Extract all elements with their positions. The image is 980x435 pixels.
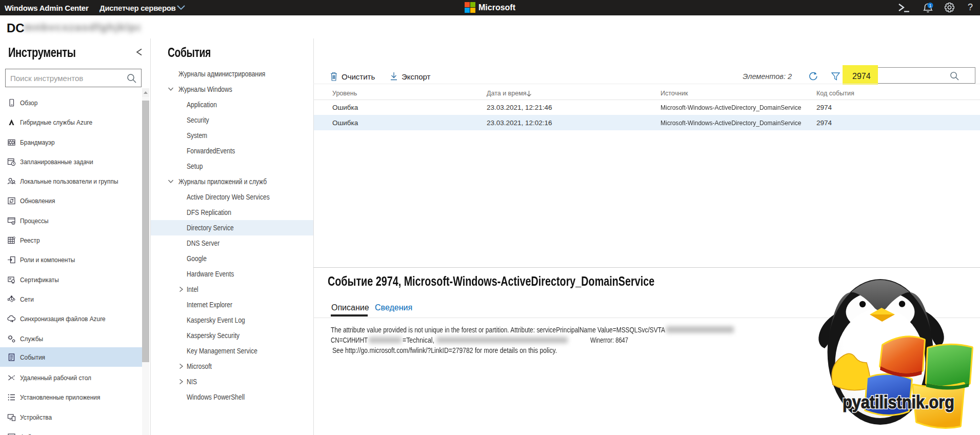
svg-text:pyatilistnik.org: pyatilistnik.org <box>843 392 954 412</box>
svg-text:1: 1 <box>929 3 931 8</box>
